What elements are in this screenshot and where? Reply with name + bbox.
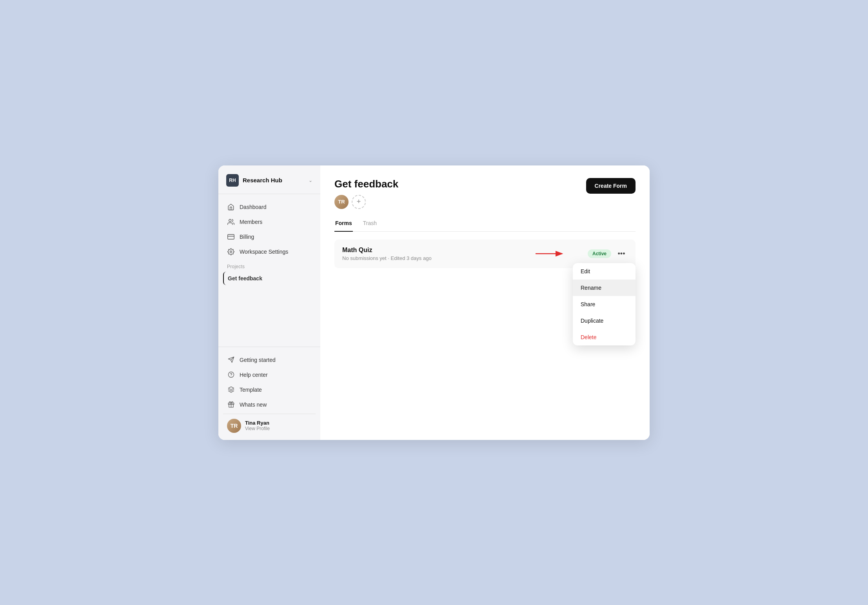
sidebar-bottom-nav: Getting started Help center (218, 347, 320, 440)
gift-icon (227, 401, 235, 409)
app-container: RH Research Hub ⌄ Dashboard (218, 165, 650, 440)
workspace-info: RH Research Hub (226, 174, 282, 187)
more-options-button[interactable]: ••• (615, 247, 628, 260)
context-menu: Edit Rename Share Duplicate Delete (573, 263, 636, 345)
billing-icon (227, 233, 235, 241)
sidebar-item-label-billing: Billing (240, 234, 254, 240)
form-card-actions: Active ••• (588, 247, 628, 260)
add-collaborator-button[interactable]: + (352, 195, 366, 209)
status-badge: Active (588, 249, 611, 258)
layers-icon (227, 386, 235, 394)
svg-rect-1 (228, 234, 234, 239)
sidebar-item-label-whats-new: Whats new (240, 402, 267, 408)
sidebar-item-label-getting-started: Getting started (240, 357, 276, 363)
avatar-row: TR + (334, 195, 398, 209)
form-name: Math Quiz (342, 247, 432, 254)
sidebar-header: RH Research Hub ⌄ (218, 165, 320, 194)
form-meta: No submissions yet · Edited 3 days ago (342, 255, 432, 261)
sidebar-item-label-members: Members (240, 219, 262, 225)
main-header: Get feedback TR + Create Form (334, 178, 636, 209)
workspace-name: Research Hub (243, 177, 282, 183)
dropdown-item-share[interactable]: Share (573, 296, 636, 312)
chevron-down-icon[interactable]: ⌄ (309, 178, 312, 183)
home-icon (227, 203, 235, 211)
sidebar-item-help-center[interactable]: Help center (223, 367, 316, 382)
sidebar-item-billing[interactable]: Billing (223, 229, 316, 244)
sidebar-item-workspace-settings[interactable]: Workspace Settings (223, 244, 316, 259)
tab-forms[interactable]: Forms (334, 217, 353, 232)
sidebar-item-label-workspace-settings: Workspace Settings (240, 249, 288, 255)
workspace-avatar: RH (226, 174, 239, 187)
sidebar-item-label-template: Template (240, 387, 262, 393)
user-profile[interactable]: TR Tina Ryan View Profile (223, 414, 316, 434)
create-form-button[interactable]: Create Form (586, 178, 636, 194)
tab-trash[interactable]: Trash (362, 217, 378, 232)
sidebar-item-get-feedback[interactable]: Get feedback (223, 272, 316, 285)
arrow-indicator (536, 249, 567, 258)
sidebar: RH Research Hub ⌄ Dashboard (218, 165, 320, 440)
user-name: Tina Ryan (245, 420, 270, 426)
view-profile-link[interactable]: View Profile (245, 426, 270, 431)
projects-section-label: Projects (223, 259, 316, 272)
page-title: Get feedback (334, 178, 398, 190)
settings-icon (227, 248, 235, 256)
tabs-row: Forms Trash (334, 217, 636, 232)
sidebar-item-dashboard[interactable]: Dashboard (223, 200, 316, 214)
dropdown-item-delete[interactable]: Delete (573, 329, 636, 345)
dropdown-item-edit[interactable]: Edit (573, 263, 636, 280)
sidebar-item-template[interactable]: Template (223, 382, 316, 397)
project-label-get-feedback: Get feedback (228, 275, 262, 282)
main-content: Get feedback TR + Create Form Forms Tras… (320, 165, 650, 440)
svg-point-3 (230, 251, 232, 253)
help-icon (227, 371, 235, 379)
sidebar-item-whats-new[interactable]: Whats new (223, 397, 316, 412)
dropdown-item-duplicate[interactable]: Duplicate (573, 312, 636, 329)
user-info: Tina Ryan View Profile (245, 420, 270, 431)
sidebar-item-members[interactable]: Members (223, 214, 316, 229)
svg-marker-8 (228, 387, 234, 389)
header-left: Get feedback TR + (334, 178, 398, 209)
sidebar-navigation: Dashboard Members (218, 194, 320, 347)
dropdown-item-rename[interactable]: Rename (573, 280, 636, 296)
form-card-info: Math Quiz No submissions yet · Edited 3 … (342, 247, 432, 261)
avatar: TR (227, 419, 241, 433)
svg-point-0 (229, 219, 231, 222)
sidebar-item-getting-started[interactable]: Getting started (223, 352, 316, 367)
form-card-math-quiz: Math Quiz No submissions yet · Edited 3 … (334, 240, 636, 268)
sidebar-item-label-help-center: Help center (240, 372, 268, 378)
members-icon (227, 218, 235, 226)
collaborator-avatar: TR (334, 195, 349, 209)
sidebar-item-label-dashboard: Dashboard (240, 204, 267, 210)
svg-point-6 (228, 372, 234, 377)
send-icon (227, 356, 235, 364)
